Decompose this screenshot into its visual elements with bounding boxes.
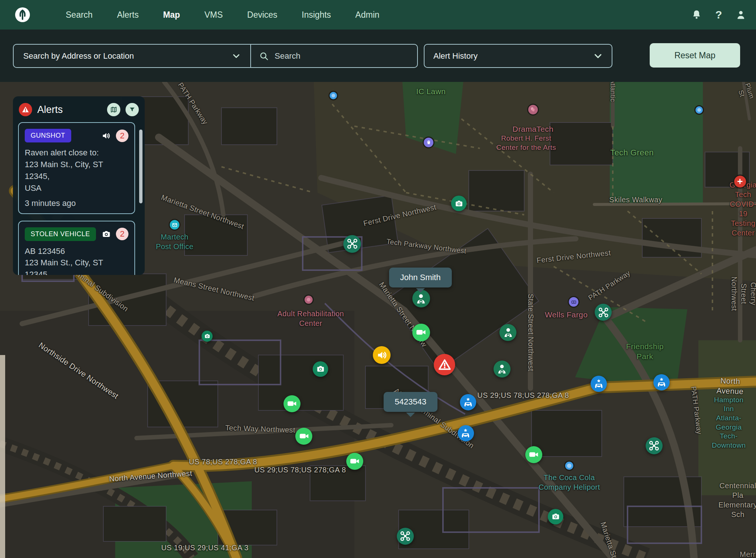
alert-timestamp: 3 minutes ago <box>25 199 128 208</box>
alert-count-badge: 2 <box>116 228 128 240</box>
alert-address: 123 Main St., City, ST 12345, <box>25 257 128 275</box>
alert-plate: AB 123456 <box>25 245 128 257</box>
poi-dot-blue-icon <box>694 105 704 115</box>
nav-item[interactable]: Alerts <box>117 10 139 20</box>
poi-dot-blue-icon <box>329 91 338 100</box>
police-marker[interactable] <box>458 425 474 441</box>
photo-marker[interactable] <box>548 509 563 524</box>
search-combo: Search by Address or Location <box>13 44 418 68</box>
top-navbar: SearchAlertsMapVMSDevicesInsightsAdmin ? <box>0 0 756 30</box>
video-marker[interactable] <box>295 428 312 445</box>
filter-icon <box>128 106 136 113</box>
map-icon <box>110 106 117 113</box>
alert-card-stolen-vehicle[interactable]: STOLEN VEHICLE 2 AB 123456 123 Main St.,… <box>18 221 135 275</box>
nav-item[interactable]: Search <box>66 10 93 20</box>
alert-card-gunshot[interactable]: GUNSHOT 2 Raven alert close to: 123 Main… <box>18 122 135 214</box>
map-toolbar: Search by Address or Location Alert Hist… <box>0 30 756 82</box>
person-marker[interactable] <box>499 324 516 341</box>
video-marker[interactable] <box>284 395 300 412</box>
alerts-panel-header: Alerts <box>13 96 145 121</box>
alert-marker[interactable] <box>434 354 455 375</box>
photo-marker[interactable] <box>202 331 213 342</box>
alerts-scrollbar[interactable] <box>139 130 142 203</box>
poi-dot-blue-icon <box>564 461 574 471</box>
drone-marker[interactable] <box>343 235 361 253</box>
address-scope-dropdown[interactable]: Search by Address or Location <box>14 45 251 67</box>
poi-food-icon <box>423 137 434 148</box>
alert-address-2: USA <box>25 182 128 194</box>
alert-history-label: Alert History <box>433 51 478 61</box>
poi-bank-icon <box>568 296 580 308</box>
video-marker[interactable] <box>525 446 542 463</box>
alert-type-badge: STOLEN VEHICLE <box>25 227 96 241</box>
user-profile-icon[interactable] <box>735 8 747 21</box>
person-marker[interactable] <box>494 361 511 378</box>
alert-address: 123 Main St., City, ST 12345, <box>25 159 128 182</box>
police-marker[interactable] <box>460 394 476 410</box>
alerts-filter-button[interactable] <box>126 103 139 116</box>
map-canvas[interactable]: PATH ParkwayAtlanticPlum StMarietta Stre… <box>0 82 756 558</box>
search-input[interactable] <box>275 51 409 61</box>
police-marker[interactable] <box>653 374 670 390</box>
chevron-down-icon <box>232 52 241 61</box>
alerts-panel: Alerts GUNSHOT 2 Raven alert close to: <box>13 96 145 275</box>
drone-marker[interactable] <box>397 528 414 545</box>
video-marker[interactable] <box>346 453 363 470</box>
alert-card-header: GUNSHOT 2 <box>25 129 128 142</box>
search-field <box>251 45 417 67</box>
alerts-panel-title: Alerts <box>37 104 102 116</box>
camera-icon <box>101 229 111 239</box>
sound-icon <box>101 131 111 141</box>
alert-description: Raven alert close to: <box>25 147 128 159</box>
nav-menu: SearchAlertsMapVMSDevicesInsightsAdmin <box>66 10 379 20</box>
chevron-down-icon <box>593 51 603 61</box>
poi-medical-icon <box>733 175 747 189</box>
nav-item[interactable]: VMS <box>205 10 223 20</box>
logo-icon <box>15 7 30 23</box>
speaker-marker[interactable] <box>373 346 391 364</box>
photo-marker[interactable] <box>451 196 467 211</box>
photo-marker[interactable] <box>313 361 328 377</box>
search-icon <box>259 51 269 61</box>
help-icon[interactable]: ? <box>712 8 725 21</box>
app-logo[interactable] <box>15 7 30 23</box>
address-scope-label: Search by Address or Location <box>23 51 134 61</box>
alerts-list: GUNSHOT 2 Raven alert close to: 123 Main… <box>13 121 145 275</box>
poi-mail-icon <box>169 219 181 231</box>
poi-theater-icon <box>527 104 539 116</box>
drone-marker[interactable] <box>646 437 663 454</box>
alert-history-dropdown[interactable]: Alert History <box>424 44 612 68</box>
nav-right-icons: ? <box>690 8 747 21</box>
poi-dot-pink-icon <box>303 294 314 305</box>
nav-item[interactable]: Insights <box>302 10 331 20</box>
alert-type-badge: GUNSHOT <box>25 129 71 142</box>
alerts-map-view-button[interactable] <box>107 103 120 116</box>
map-tooltip: 5423543 <box>384 392 437 412</box>
drone-marker[interactable] <box>595 304 612 321</box>
notifications-bell-icon[interactable] <box>690 8 703 21</box>
nav-item[interactable]: Admin <box>355 10 379 20</box>
nav-item[interactable]: Map <box>163 10 180 20</box>
alert-card-header: STOLEN VEHICLE 2 <box>25 227 128 241</box>
video-marker[interactable] <box>412 324 430 341</box>
police-marker[interactable] <box>591 376 607 392</box>
reset-map-button[interactable]: Reset Map <box>650 43 740 68</box>
alerts-warning-icon <box>19 103 32 116</box>
alert-count-badge: 2 <box>116 130 128 142</box>
nav-item[interactable]: Devices <box>247 10 278 20</box>
map-tooltip: John Smith <box>389 268 452 287</box>
